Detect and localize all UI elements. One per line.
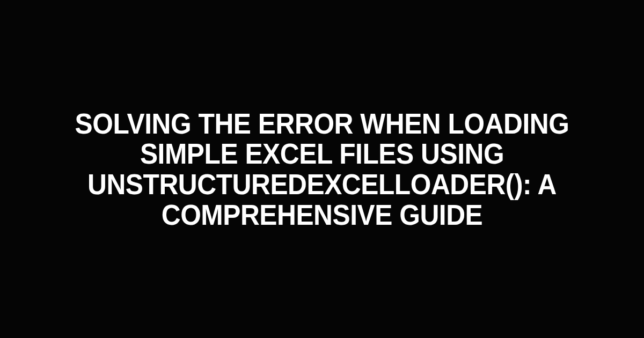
page-title: Solving the Error When Loading Simple Ex… <box>50 108 594 230</box>
